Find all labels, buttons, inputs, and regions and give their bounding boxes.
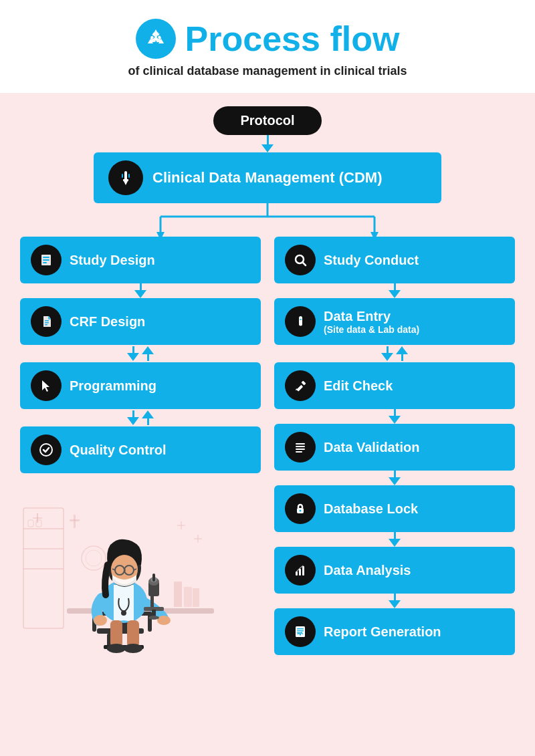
svg-rect-25	[300, 319, 302, 320]
svg-rect-2	[123, 179, 128, 181]
svg-rect-5	[128, 174, 130, 178]
crf-prog-connector	[127, 345, 154, 362]
data-analysis-label: Data Analysis	[324, 562, 411, 578]
svg-rect-32	[296, 451, 302, 453]
recycle-icon: ♻	[136, 19, 176, 59]
study-conduct-icon	[285, 245, 316, 275]
crf-design-box: CRF Design	[20, 298, 261, 345]
branch-svg	[94, 203, 441, 240]
svg-rect-31	[296, 449, 305, 450]
data-validation-box: Data Validation	[274, 424, 515, 471]
programming-label: Programming	[70, 378, 156, 394]
svg-rect-37	[302, 566, 304, 576]
data-validation-label: Data Validation	[324, 439, 419, 455]
report-generation-box: Report Generation	[274, 608, 515, 655]
programming-icon	[31, 370, 62, 401]
study-conduct-box: Study Conduct	[274, 237, 515, 283]
cdm-box-wrap: Clinical Data Management (CDM)	[20, 152, 515, 203]
svg-rect-36	[299, 569, 301, 576]
svg-text:♻: ♻	[149, 29, 163, 46]
svg-marker-19	[42, 380, 49, 392]
cdm-icon	[108, 160, 143, 195]
right-column: Study Conduct Data Entry	[274, 237, 515, 655]
title-row: ♻ Process flow	[13, 19, 522, 59]
data-analysis-box: Data Analysis	[274, 547, 515, 594]
svg-rect-15	[43, 262, 47, 263]
database-lock-box: Database Lock	[274, 485, 515, 532]
cdm-label: Clinical Data Management (CDM)	[152, 169, 383, 186]
edit-check-box: Edit Check	[274, 362, 515, 409]
protocol-wrap: Protocol	[20, 106, 515, 135]
crf-design-icon	[31, 306, 62, 337]
svg-rect-14	[43, 259, 49, 261]
quality-control-label: Quality Control	[70, 442, 166, 458]
study-design-icon	[31, 245, 62, 275]
data-validation-icon	[285, 432, 316, 463]
data-entry-box: Data Entry (Site data & Lab data)	[274, 298, 515, 345]
data-entry-icon	[285, 306, 316, 337]
svg-rect-28	[301, 380, 306, 385]
header-section: ♻ Process flow of clinical database mana…	[0, 0, 535, 93]
branch-area	[20, 203, 515, 240]
svg-rect-29	[296, 443, 305, 445]
protocol-box: Protocol	[213, 106, 321, 135]
svg-rect-16	[45, 320, 49, 322]
data-entry-sublabel: (Site data & Lab data)	[324, 324, 419, 335]
left-column: Study Design CRF Design	[20, 237, 261, 655]
dv-dl-connector	[389, 471, 401, 485]
svg-line-22	[303, 263, 306, 266]
study-design-label: Study Design	[70, 252, 155, 268]
ec-dv-connector	[389, 409, 401, 424]
main-title: Process flow	[185, 19, 400, 59]
data-entry-label: Data Entry	[324, 308, 419, 324]
svg-rect-26	[296, 385, 303, 392]
svg-rect-1	[124, 171, 127, 180]
svg-marker-3	[124, 181, 128, 185]
svg-point-34	[300, 510, 302, 512]
report-generation-label: Report Generation	[324, 624, 441, 640]
svg-rect-40	[297, 630, 304, 632]
cdm-box: Clinical Data Management (CDM)	[94, 152, 441, 203]
prog-qc-connector	[127, 409, 154, 426]
database-lock-label: Database Lock	[324, 501, 418, 517]
svg-rect-30	[296, 446, 305, 447]
svg-rect-13	[43, 257, 49, 258]
svg-rect-17	[45, 322, 49, 324]
proto-to-cdm-connector	[20, 135, 515, 152]
v-line-1	[267, 135, 269, 144]
report-generation-icon	[285, 616, 316, 647]
subtitle: of clinical database management in clini…	[13, 64, 522, 78]
study-design-box: Study Design	[20, 237, 261, 283]
two-columns: Study Design CRF Design	[20, 237, 515, 655]
dl-da-connector	[389, 532, 401, 547]
quality-control-box: Quality Control	[20, 426, 261, 473]
edit-check-label: Edit Check	[324, 378, 393, 394]
de-ec-connector	[381, 345, 408, 362]
programming-box: Programming	[20, 362, 261, 409]
data-analysis-icon	[285, 555, 316, 586]
database-lock-icon	[285, 493, 316, 524]
da-rg-connector	[389, 594, 401, 608]
svg-rect-18	[45, 324, 47, 326]
crf-design-label: CRF Design	[70, 313, 145, 330]
svg-rect-39	[297, 628, 304, 630]
data-entry-text-wrap: Data Entry (Site data & Lab data)	[324, 308, 419, 335]
study-conduct-label: Study Conduct	[324, 252, 419, 268]
edit-check-icon	[285, 370, 316, 401]
sd-connector	[134, 283, 146, 298]
svg-rect-35	[296, 572, 298, 576]
svg-rect-4	[122, 174, 123, 178]
arrow-1	[261, 144, 274, 152]
svg-point-24	[299, 323, 302, 326]
flow-area: Protocol Clinical Data Management (CDM)	[0, 93, 535, 675]
quality-control-icon	[31, 434, 62, 465]
sc-de-connector	[389, 283, 401, 298]
protocol-label: Protocol	[240, 113, 294, 128]
